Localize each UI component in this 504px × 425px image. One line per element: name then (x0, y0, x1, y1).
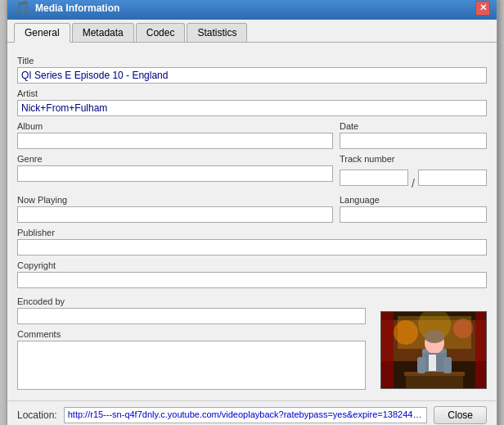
title-bar: 🎵 Media Information ✕ (7, 0, 497, 20)
artist-input[interactable] (17, 100, 487, 116)
date-label: Date (340, 121, 487, 131)
now-playing-label: Now Playing (17, 195, 333, 205)
genre-track-row: Genre Track number / (17, 149, 487, 190)
tab-metadata[interactable]: Metadata (72, 23, 134, 42)
language-input[interactable] (340, 206, 487, 223)
close-button[interactable]: Close (434, 406, 487, 424)
now-playing-input[interactable] (17, 206, 333, 223)
language-label: Language (340, 195, 487, 205)
location-label: Location: (17, 409, 57, 421)
encoded-by-input[interactable] (17, 308, 366, 324)
svg-rect-15 (404, 372, 465, 376)
tab-codec[interactable]: Codec (136, 23, 186, 42)
svg-rect-16 (417, 357, 425, 373)
title-input[interactable] (17, 67, 487, 84)
date-input[interactable] (340, 133, 487, 149)
svg-rect-17 (443, 357, 452, 373)
copyright-label: Copyright (17, 260, 487, 270)
media-information-window: 🎵 Media Information ✕ General Metadata C… (7, 0, 497, 425)
video-thumbnail (380, 311, 487, 389)
vlc-icon: 🎵 (14, 0, 30, 16)
copyright-input[interactable] (17, 272, 487, 288)
album-label: Album (17, 121, 333, 131)
title-label: Title (17, 56, 487, 66)
tab-content: Title Artist Album Date Genre Track numb… (7, 43, 497, 400)
svg-rect-8 (475, 312, 487, 389)
artist-label: Artist (17, 88, 487, 98)
publisher-label: Publisher (17, 228, 487, 237)
comments-input[interactable] (17, 341, 366, 390)
footer: Location: http://r15---sn-q4f7dnly.c.you… (7, 400, 497, 426)
tab-general[interactable]: General (14, 23, 70, 43)
tab-statistics[interactable]: Statistics (187, 23, 247, 42)
svg-point-4 (394, 320, 418, 345)
thumbnail-section (372, 292, 487, 392)
track-number-input[interactable] (340, 170, 408, 186)
location-url[interactable]: http://r15---sn-q4f7dnly.c.youtube.com/v… (64, 407, 428, 423)
genre-input[interactable] (17, 165, 333, 182)
thumbnail-svg (381, 312, 487, 389)
track-number-label: Track number (340, 154, 487, 164)
svg-rect-7 (381, 312, 394, 389)
track-slash: / (412, 177, 415, 190)
lower-section: Encoded by Comments (17, 292, 487, 392)
encoded-by-label: Encoded by (17, 296, 366, 306)
window-title: Media Information (35, 2, 119, 14)
track-number-input2[interactable] (418, 170, 487, 186)
album-input[interactable] (17, 133, 333, 149)
svg-point-5 (453, 319, 473, 338)
nowplaying-language-row: Now Playing Language (17, 190, 487, 223)
album-date-row: Album Date (17, 116, 487, 149)
window-close-button[interactable]: ✕ (475, 1, 490, 16)
tabs-bar: General Metadata Codec Statistics (7, 20, 497, 43)
comments-label: Comments (17, 329, 366, 339)
genre-label: Genre (17, 154, 333, 164)
publisher-input[interactable] (17, 239, 487, 255)
svg-point-11 (425, 330, 444, 343)
svg-rect-13 (429, 355, 436, 371)
